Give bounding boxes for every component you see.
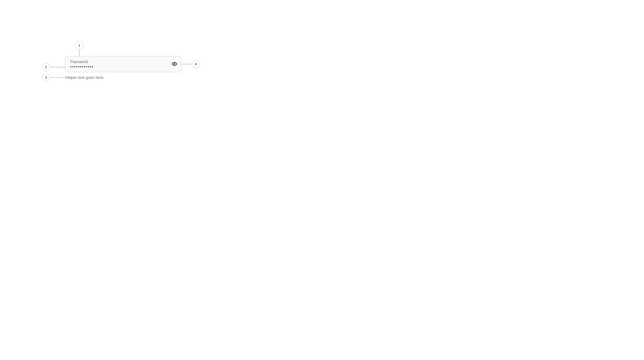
- svg-point-0: [174, 63, 175, 65]
- callout-number: 1: [78, 43, 80, 48]
- eye-icon: [172, 61, 177, 67]
- callout-leader-1: [79, 50, 80, 56]
- callout-number: 2: [45, 65, 47, 69]
- callout-leader-2: [50, 67, 65, 67]
- password-text-field[interactable]: Password ••••••••••••: [65, 56, 182, 72]
- callout-badge-2: 2: [42, 63, 50, 71]
- callout-number: 4: [195, 62, 197, 66]
- toggle-visibility-button[interactable]: [171, 61, 178, 68]
- field-label: Password: [70, 59, 170, 64]
- callout-number: 3: [45, 75, 47, 80]
- callout-badge-1: 1: [75, 42, 83, 50]
- callout-badge-3: 3: [42, 74, 50, 82]
- anatomy-diagram: 1 2 3 4 Password •••••••••••• Helper tex…: [0, 0, 245, 137]
- helper-text: Helper text goes here: [65, 75, 104, 80]
- callout-leader-3: [50, 77, 64, 78]
- callout-badge-4: 4: [192, 60, 200, 68]
- password-input[interactable]: ••••••••••••: [70, 65, 170, 69]
